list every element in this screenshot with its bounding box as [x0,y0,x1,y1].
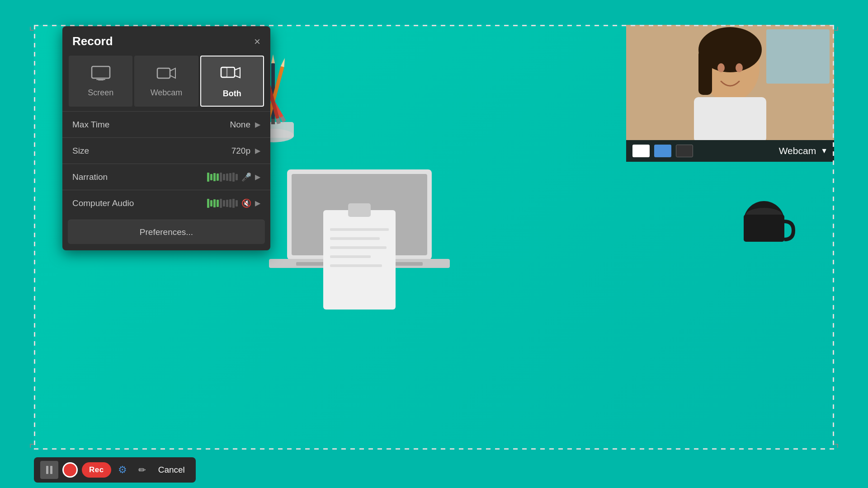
svg-rect-21 [330,237,380,240]
both-label: Both [223,89,241,99]
border-right [833,25,834,450]
meter-bar-10 [236,174,238,180]
annotate-button[interactable]: ✏ [134,461,151,479]
meter-bar-1 [207,173,209,182]
wc-layout-btn-1[interactable] [632,145,650,157]
toolbar-container: Rec ⚙ ✏ Cancel [34,457,196,483]
bottom-toolbar: Rec ⚙ ✏ Cancel [34,457,196,483]
pause-bar-2 [50,466,52,474]
svg-rect-36 [92,66,110,78]
computer-audio-arrow: ▶ [255,199,260,207]
computer-audio-meter [207,199,238,208]
narration-row[interactable]: Narration 🎤 ▶ [62,164,270,190]
svg-rect-38 [96,79,105,80]
corner-bl: ⌜ [29,443,34,455]
svg-rect-42 [221,67,227,77]
screen-label: Screen [88,88,113,98]
max-time-arrow: ▶ [255,120,260,129]
screen-icon [91,66,111,84]
ca-bar-8 [229,199,231,207]
svg-point-34 [736,63,743,72]
meter-bar-6 [223,174,225,180]
ca-bar-4 [217,200,219,207]
meter-bar-5 [220,173,222,182]
svg-rect-19 [348,203,371,217]
source-options: Screen Webcam Both [68,55,265,108]
settings-button[interactable]: ⚙ [114,461,131,479]
source-both-button[interactable]: Both [200,56,264,107]
ca-bar-5 [220,199,222,208]
svg-marker-9 [281,57,287,67]
clipboard-illustration [314,197,405,325]
svg-marker-40 [170,68,175,78]
svg-rect-31 [698,50,712,95]
ca-bar-7 [226,200,228,207]
svg-marker-43 [235,68,240,78]
border-bottom [34,448,834,450]
both-icon [220,65,244,84]
size-value: 720p [231,146,250,156]
source-webcam-button[interactable]: Webcam [134,56,198,107]
meter-bar-7 [226,174,228,181]
settings-section: Max Time None ▶ Size 720p ▶ Narration [62,111,270,216]
rec-dot [62,462,78,478]
pause-bar-1 [46,466,48,474]
narration-meter [207,173,238,182]
max-time-value: None [230,120,250,130]
ca-bar-1 [207,199,209,208]
ca-bar-3 [213,199,216,207]
webcam-label: Webcam [779,145,816,156]
close-button[interactable]: × [254,36,260,47]
ca-bar-2 [210,200,212,206]
webcam-preview [626,25,834,140]
source-screen-button[interactable]: Screen [69,56,132,107]
narration-label: Narration [72,172,207,182]
record-dialog: Record × Screen Webcam [62,26,270,250]
svg-point-33 [717,63,725,72]
svg-rect-35 [766,29,830,84]
svg-rect-27 [744,215,784,242]
narration-arrow: ▶ [255,173,260,181]
computer-audio-row[interactable]: Computer Audio 🔇 ▶ [62,190,270,216]
webcam-icon [156,66,176,84]
rec-button[interactable]: Rec [82,462,111,478]
meter-bar-4 [217,174,219,181]
max-time-label: Max Time [72,120,230,130]
corner-br: ⌝ [834,443,839,455]
computer-audio-label: Computer Audio [72,198,207,208]
svg-marker-6 [271,54,275,63]
pause-bars [46,466,52,474]
svg-rect-41 [221,67,235,77]
dialog-title: Record [72,34,113,48]
wc-layout-btn-3[interactable] [676,145,693,157]
svg-rect-39 [157,68,170,78]
mic-icon: 🎤 [241,172,251,182]
max-time-row[interactable]: Max Time None ▶ [62,111,270,137]
dialog-header: Record × [62,26,270,55]
size-arrow: ▶ [255,146,260,155]
ca-bar-6 [223,200,225,206]
meter-bar-3 [213,173,216,181]
ca-bar-9 [232,199,235,208]
meter-bar-8 [229,173,231,181]
wc-layout-btn-2[interactable] [654,145,671,157]
webcam-chevron: ▼ [821,147,828,155]
pause-indicator[interactable] [40,461,58,479]
webcam-source-label: Webcam [151,88,183,98]
svg-rect-20 [330,228,389,231]
svg-rect-22 [330,246,387,249]
corner-tl: ⌞ [29,20,34,32]
meter-bar-9 [232,173,235,182]
meter-bar-2 [210,174,212,180]
corner-tr: ⌟ [834,20,839,32]
border-left [34,25,35,450]
size-row[interactable]: Size 720p ▶ [62,137,270,164]
coffee-illustration [739,201,798,271]
preferences-button[interactable]: Preferences... [68,220,265,244]
svg-rect-24 [330,264,382,267]
rec-dot-container[interactable] [61,461,79,479]
cancel-button[interactable]: Cancel [154,462,189,478]
svg-rect-32 [694,97,766,140]
size-label: Size [72,146,231,156]
webcam-controls-bar: Webcam ▼ [626,140,834,162]
